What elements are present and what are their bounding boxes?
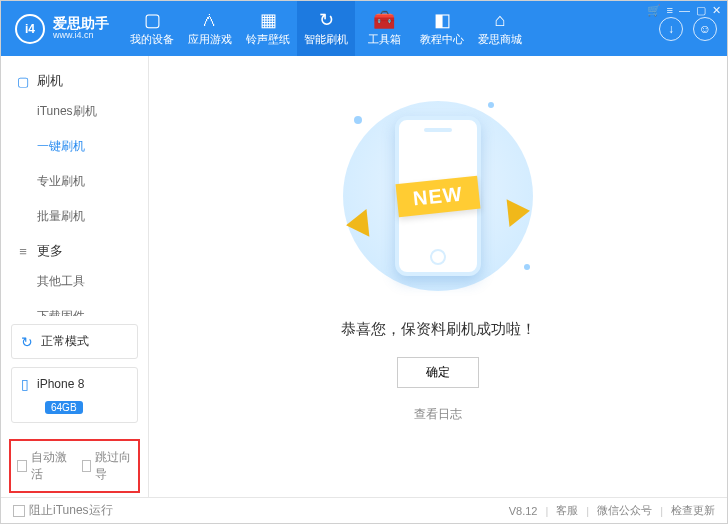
- nav-ringtones[interactable]: ▦ 铃声壁纸: [239, 1, 297, 56]
- storage-badge: 64GB: [45, 401, 83, 414]
- sidebar-item-batch-flash[interactable]: 批量刷机: [37, 199, 148, 234]
- list-icon: ≡: [15, 244, 31, 259]
- sidebar-item-onekey-flash[interactable]: 一键刷机: [37, 129, 148, 164]
- main-area: NEW 恭喜您，保资料刷机成功啦！ 确定 查看日志: [149, 56, 727, 497]
- footer-bar: 阻止iTunes运行 V8.12 | 客服 | 微信公众号 | 检查更新: [1, 497, 727, 523]
- refresh-icon: ↻: [21, 334, 33, 350]
- auto-activate-checkbox[interactable]: 自动激活: [17, 449, 68, 483]
- app-window: 🛒 ≡ — ▢ ✕ i4 爱思助手 www.i4.cn ▢ 我的设备 ⩑ 应用游…: [0, 0, 728, 524]
- skip-guide-checkbox[interactable]: 跳过向导: [82, 449, 133, 483]
- sidebar-item-other-tools[interactable]: 其他工具: [37, 264, 148, 299]
- sidebar-item-itunes-flash[interactable]: iTunes刷机: [37, 94, 148, 129]
- brand-text: 爱思助手 www.i4.cn: [53, 16, 109, 41]
- block-itunes-checkbox[interactable]: 阻止iTunes运行: [13, 502, 113, 519]
- device-card[interactable]: ▯ iPhone 8 64GB: [11, 367, 138, 423]
- ribbon-tail-icon: [507, 197, 532, 227]
- wallpaper-icon: ▦: [260, 11, 277, 29]
- view-log-link[interactable]: 查看日志: [414, 406, 462, 423]
- sidebar-item-download-firmware[interactable]: 下载固件: [37, 299, 148, 316]
- sidebar-scroll: ▢ 刷机 iTunes刷机 一键刷机 专业刷机 批量刷机 ≡ 更多 其他工具 下…: [1, 56, 148, 316]
- checkbox-icon: [17, 460, 27, 472]
- phone-icon: ▢: [15, 74, 31, 89]
- nav-label: 工具箱: [368, 32, 401, 47]
- nav-label: 铃声壁纸: [246, 32, 290, 47]
- nav-flash[interactable]: ↻ 智能刷机: [297, 1, 355, 56]
- nav-label: 我的设备: [130, 32, 174, 47]
- sidebar-bottom: ↻ 正常模式 ▯ iPhone 8 64GB: [1, 316, 148, 439]
- window-minimize-icon[interactable]: —: [679, 4, 690, 17]
- brand-site: www.i4.cn: [53, 31, 109, 41]
- top-nav: ▢ 我的设备 ⩑ 应用游戏 ▦ 铃声壁纸 ↻ 智能刷机 🧰 工具箱 ◧ 教程中心: [123, 1, 659, 56]
- nav-label: 应用游戏: [188, 32, 232, 47]
- nav-tutorial[interactable]: ◧ 教程中心: [413, 1, 471, 56]
- nav-store[interactable]: ⌂ 爱思商城: [471, 1, 529, 56]
- store-icon: ⌂: [495, 11, 506, 29]
- separator: |: [545, 505, 548, 517]
- cart-icon[interactable]: 🛒: [647, 4, 661, 17]
- sidebar: ▢ 刷机 iTunes刷机 一键刷机 专业刷机 批量刷机 ≡ 更多 其他工具 下…: [1, 56, 149, 497]
- sidebar-group-title: 更多: [37, 242, 63, 260]
- separator: |: [586, 505, 589, 517]
- window-maximize-icon[interactable]: ▢: [696, 4, 706, 17]
- sidebar-group-title: 刷机: [37, 72, 63, 90]
- window-controls: 🛒 ≡ — ▢ ✕: [647, 4, 721, 17]
- body: ▢ 刷机 iTunes刷机 一键刷机 专业刷机 批量刷机 ≡ 更多 其他工具 下…: [1, 56, 727, 497]
- download-button[interactable]: ↓: [659, 17, 683, 41]
- header-bar: 🛒 ≡ — ▢ ✕ i4 爱思助手 www.i4.cn ▢ 我的设备 ⩑ 应用游…: [1, 1, 727, 56]
- wechat-link[interactable]: 微信公众号: [597, 503, 652, 518]
- content: NEW 恭喜您，保资料刷机成功啦！ 确定 查看日志: [149, 56, 727, 497]
- sidebar-item-pro-flash[interactable]: 专业刷机: [37, 164, 148, 199]
- toolbox-icon: 🧰: [373, 11, 395, 29]
- nav-apps[interactable]: ⩑ 应用游戏: [181, 1, 239, 56]
- sparkle-icon: [488, 102, 494, 108]
- nav-toolbox[interactable]: 🧰 工具箱: [355, 1, 413, 56]
- logo-icon: i4: [15, 14, 45, 44]
- sidebar-group-more[interactable]: ≡ 更多: [1, 234, 148, 264]
- success-text: 恭喜您，保资料刷机成功啦！: [341, 320, 536, 339]
- phone-icon: ▯: [21, 376, 29, 392]
- mode-label: 正常模式: [41, 333, 89, 350]
- apps-icon: ⩑: [201, 11, 219, 29]
- mode-card[interactable]: ↻ 正常模式: [11, 324, 138, 359]
- ribbon-tail-icon: [345, 209, 370, 239]
- checkbox-label: 阻止iTunes运行: [29, 502, 113, 519]
- separator: |: [660, 505, 663, 517]
- tutorial-icon: ◧: [434, 11, 451, 29]
- brand-title: 爱思助手: [53, 16, 109, 31]
- sidebar-group-more-items: 其他工具 下载固件 高级功能: [1, 264, 148, 316]
- checkbox-label: 跳过向导: [95, 449, 132, 483]
- nav-label: 爱思商城: [478, 32, 522, 47]
- user-button[interactable]: ☺: [693, 17, 717, 41]
- version-label: V8.12: [509, 505, 538, 517]
- device-icon: ▢: [144, 11, 161, 29]
- checkbox-icon: [82, 460, 92, 472]
- nav-my-device[interactable]: ▢ 我的设备: [123, 1, 181, 56]
- ok-button[interactable]: 确定: [397, 357, 479, 388]
- flash-icon: ↻: [319, 11, 334, 29]
- device-name: iPhone 8: [37, 377, 84, 391]
- brand: i4 爱思助手 www.i4.cn: [1, 1, 123, 56]
- sidebar-group-flash-items: iTunes刷机 一键刷机 专业刷机 批量刷机: [1, 94, 148, 234]
- menu-icon[interactable]: ≡: [667, 4, 673, 17]
- nav-label: 教程中心: [420, 32, 464, 47]
- options-highlight-box: 自动激活 跳过向导: [9, 439, 140, 493]
- nav-label: 智能刷机: [304, 32, 348, 47]
- window-close-icon[interactable]: ✕: [712, 4, 721, 17]
- support-link[interactable]: 客服: [556, 503, 578, 518]
- success-illustration: NEW: [328, 96, 548, 296]
- sparkle-icon: [524, 264, 530, 270]
- sidebar-group-flash[interactable]: ▢ 刷机: [1, 64, 148, 94]
- update-link[interactable]: 检查更新: [671, 503, 715, 518]
- checkbox-label: 自动激活: [31, 449, 68, 483]
- checkbox-icon: [13, 505, 25, 517]
- sparkle-icon: [354, 116, 362, 124]
